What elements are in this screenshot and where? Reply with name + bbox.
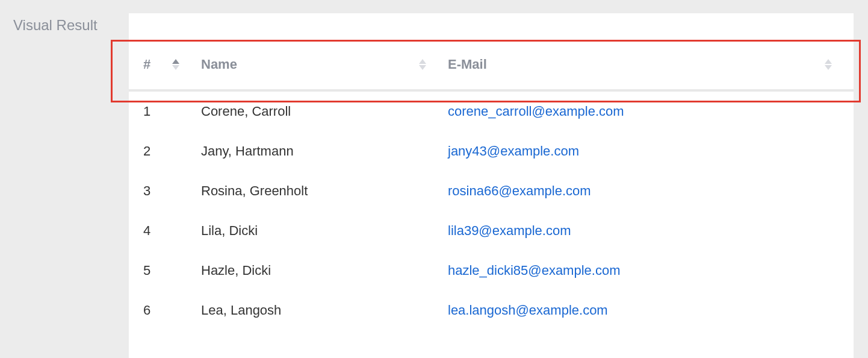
email-link[interactable]: lea.langosh@example.com bbox=[448, 303, 608, 318]
cell-name: Corene, Carroll bbox=[201, 90, 448, 131]
results-table: # Name E-Mail bbox=[129, 40, 854, 330]
table-row: 1 Corene, Carroll corene_carroll@example… bbox=[129, 90, 854, 131]
svg-marker-4 bbox=[825, 59, 832, 64]
cell-email: jany43@example.com bbox=[448, 131, 854, 171]
cell-number: 4 bbox=[129, 211, 201, 251]
column-header-email[interactable]: E-Mail bbox=[448, 40, 854, 90]
cell-number: 1 bbox=[129, 90, 201, 131]
cell-number: 3 bbox=[129, 171, 201, 211]
sort-icon bbox=[825, 59, 832, 70]
table-row: 3 Rosina, Greenholt rosina66@example.com bbox=[129, 171, 854, 211]
cell-name: Lea, Langosh bbox=[201, 290, 448, 330]
section-title: Visual Result bbox=[13, 13, 129, 358]
cell-email: hazle_dicki85@example.com bbox=[448, 251, 854, 290]
svg-marker-3 bbox=[419, 65, 426, 70]
cell-email: lila39@example.com bbox=[448, 211, 854, 251]
email-link[interactable]: lila39@example.com bbox=[448, 223, 571, 238]
results-panel: # Name E-Mail bbox=[129, 13, 854, 358]
cell-number: 6 bbox=[129, 290, 201, 330]
column-header-name-label: Name bbox=[201, 57, 237, 72]
email-link[interactable]: corene_carroll@example.com bbox=[448, 104, 624, 119]
table-row: 6 Lea, Langosh lea.langosh@example.com bbox=[129, 290, 854, 330]
cell-number: 5 bbox=[129, 251, 201, 290]
email-link[interactable]: hazle_dicki85@example.com bbox=[448, 263, 620, 278]
svg-marker-5 bbox=[825, 65, 832, 70]
svg-marker-1 bbox=[172, 65, 179, 70]
table-row: 2 Jany, Hartmann jany43@example.com bbox=[129, 131, 854, 171]
table-body: 1 Corene, Carroll corene_carroll@example… bbox=[129, 90, 854, 330]
email-link[interactable]: jany43@example.com bbox=[448, 143, 579, 159]
cell-name: Hazle, Dicki bbox=[201, 251, 448, 290]
table-header-row: # Name E-Mail bbox=[129, 40, 854, 90]
sort-icon bbox=[172, 59, 179, 70]
cell-email: lea.langosh@example.com bbox=[448, 290, 854, 330]
svg-marker-2 bbox=[419, 59, 426, 64]
svg-marker-0 bbox=[172, 59, 179, 64]
sort-icon bbox=[419, 59, 426, 70]
cell-name: Rosina, Greenholt bbox=[201, 171, 448, 211]
cell-email: rosina66@example.com bbox=[448, 171, 854, 211]
table-row: 4 Lila, Dicki lila39@example.com bbox=[129, 211, 854, 251]
column-header-email-label: E-Mail bbox=[448, 57, 487, 72]
cell-name: Lila, Dicki bbox=[201, 211, 448, 251]
cell-email: corene_carroll@example.com bbox=[448, 90, 854, 131]
email-link[interactable]: rosina66@example.com bbox=[448, 183, 591, 198]
cell-name: Jany, Hartmann bbox=[201, 131, 448, 171]
cell-number: 2 bbox=[129, 131, 201, 171]
column-header-number-label: # bbox=[143, 57, 150, 72]
table-row: 5 Hazle, Dicki hazle_dicki85@example.com bbox=[129, 251, 854, 290]
column-header-name[interactable]: Name bbox=[201, 40, 448, 90]
column-header-number[interactable]: # bbox=[129, 40, 201, 90]
